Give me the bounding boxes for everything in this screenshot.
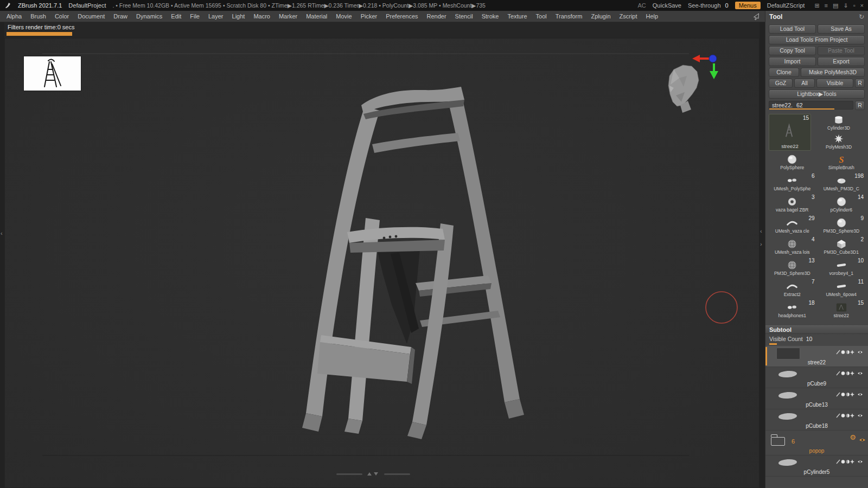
tool-thumb-UMesh_6pow4[interactable]: 11UMesh_6pow4 [818, 279, 865, 299]
grid-icon[interactable]: ▤ [833, 0, 838, 11]
active-tool-slider[interactable]: stree22.62 [769, 101, 853, 110]
close-icon[interactable]: × [860, 0, 864, 11]
subtool-pCube9[interactable]: pCube9 [765, 367, 868, 388]
ladder-reference-thumbnail[interactable] [24, 56, 81, 91]
minimize-icon[interactable]: ▫ [853, 0, 856, 11]
menu-transform[interactable]: Transform [551, 11, 587, 22]
subtool-row-icons[interactable] [835, 390, 866, 400]
tool-grid-mini-column: Cylinder3DPolyMesh3D [813, 114, 865, 151]
collapse-right-top-icon[interactable]: ‹ [760, 228, 762, 234]
menu-help[interactable]: Help [642, 11, 663, 22]
menu-marker[interactable]: Marker [275, 11, 302, 22]
subtool-row-icons[interactable] [835, 348, 866, 357]
right-tray-divider[interactable]: ‹ › [760, 22, 765, 488]
load-tool-button[interactable]: Load Tool [769, 24, 816, 34]
cube-icon [818, 238, 865, 249]
menu-color[interactable]: Color [50, 11, 73, 22]
ladder-sketch-icon [24, 56, 81, 91]
menu-texture[interactable]: Texture [503, 11, 531, 22]
menu-zplugin[interactable]: Zplugin [586, 11, 615, 22]
goz-all-button[interactable]: All [794, 79, 815, 88]
tool-thumb-UMesh_vaza lois[interactable]: 4UMesh_vaza lois [769, 237, 816, 257]
export-button[interactable]: Export [818, 57, 865, 66]
subtool-row-icons[interactable] [835, 411, 866, 421]
menu-movie[interactable]: Movie [331, 11, 356, 22]
menu-edit[interactable]: Edit [167, 11, 186, 22]
tool-thumb-headphones1[interactable]: 18headphones1 [769, 300, 816, 320]
menu-draw[interactable]: Draw [109, 11, 132, 22]
document-canvas[interactable] [4, 38, 760, 488]
zscript-button[interactable]: DefaultZScript [767, 2, 805, 9]
subtool-pCube13[interactable]: pCube13 [765, 388, 868, 409]
tool-palette-title: Tool [769, 13, 782, 21]
eye-icon[interactable] [859, 435, 866, 445]
tool-thumb-PolyMesh3D[interactable]: PolyMesh3D [813, 133, 865, 151]
clone-button[interactable]: Clone [769, 68, 799, 77]
gear-icon[interactable]: ⚙ [850, 434, 856, 441]
tool-thumb-PM3D_Sphere3D[interactable]: 13PM3D_Sphere3D [769, 258, 816, 278]
menu-dynamics[interactable]: Dynamics [132, 11, 167, 22]
menu-alpha[interactable]: Alpha [2, 11, 26, 22]
left-tray-divider[interactable]: ‹ [0, 22, 4, 488]
subtool-pCylinder5[interactable]: pCylinder5 [765, 455, 868, 477]
menu-layer[interactable]: Layer [204, 11, 228, 22]
collapse-left-icon[interactable]: ‹ [1, 230, 3, 236]
menu-macro[interactable]: Macro [249, 11, 275, 22]
tool-thumb-PolySphere[interactable]: PolySphere [769, 152, 816, 172]
menu-stroke[interactable]: Stroke [477, 11, 503, 22]
transport-icon[interactable]: ⊞ [814, 0, 819, 11]
subtool-row-icons[interactable] [835, 457, 866, 467]
menu-tool[interactable]: Tool [532, 11, 551, 22]
menus-button[interactable]: Menus [735, 2, 761, 9]
lightbox-tools-button[interactable]: Lightbox▶Tools [769, 89, 865, 99]
load-tools-from-project-button[interactable]: Load Tools From Project [769, 35, 865, 44]
see-through-control[interactable]: See-through0 [688, 2, 729, 9]
tool-count: 15 [803, 115, 809, 121]
goz-button[interactable]: GoZ [769, 79, 793, 88]
subtool-pCube18[interactable]: pCube18 [765, 409, 868, 431]
make-polymesh3d-button[interactable]: Make PolyMesh3D [801, 68, 865, 77]
pointer-icon[interactable] [753, 13, 760, 20]
save-as-button[interactable]: Save As [818, 24, 865, 34]
tool-thumb-stree22[interactable]: 15stree22 [818, 300, 865, 320]
menu-brush[interactable]: Brush [26, 11, 50, 22]
refresh-icon[interactable]: ↻ [859, 13, 864, 21]
ac-button[interactable]: AC [638, 2, 646, 9]
subtool-row-icons[interactable] [835, 369, 866, 378]
collapse-right-bottom-icon[interactable]: › [760, 241, 762, 247]
menu-preferences[interactable]: Preferences [381, 11, 422, 22]
menu-light[interactable]: Light [228, 11, 250, 22]
menu-material[interactable]: Material [302, 11, 331, 22]
copy-tool-button[interactable]: Copy Tool [769, 46, 816, 55]
tool-thumb-selected[interactable]: 15 stree22 [769, 114, 811, 151]
goz-visible-button[interactable]: Visible [816, 79, 853, 88]
tool-count: 15 [858, 300, 864, 306]
bars-icon[interactable]: ≡ [825, 0, 828, 11]
menu-picker[interactable]: Picker [356, 11, 382, 22]
tool-thumb-Extract2[interactable]: 7Extract2 [769, 279, 816, 299]
import-button[interactable]: Import [769, 57, 816, 66]
menu-render[interactable]: Render [423, 11, 451, 22]
visible-count[interactable]: Visible Count10 [769, 334, 865, 342]
tool-thumb-Cylinder3D[interactable]: Cylinder3D [813, 114, 865, 132]
tool-thumb-UMesh_vaza cle[interactable]: 29UMesh_vaza cle [769, 216, 816, 236]
tool-thumb-PM3D_Sphere3D[interactable]: 9PM3D_Sphere3D [818, 216, 865, 236]
goz-r-button[interactable]: R [855, 79, 865, 88]
subtool-section-title[interactable]: Subtool [765, 325, 868, 334]
menu-stencil[interactable]: Stencil [451, 11, 477, 22]
tool-thumb-SimpleBrush[interactable]: SSimpleBrush [818, 152, 865, 172]
tool-thumb-UMesh_PM3D_C[interactable]: 198UMesh_PM3D_C [818, 174, 865, 194]
tool-thumb-PM3D_Cube3D1[interactable]: 2PM3D_Cube3D1 [818, 237, 865, 257]
quicksave-button[interactable]: QuickSave [653, 2, 681, 9]
menu-zscript[interactable]: Zscript [615, 11, 642, 22]
tool-thumb-UMesh_PolySphe[interactable]: 6UMesh_PolySphe [769, 174, 816, 194]
tool-thumb-vaza bagel ZBR[interactable]: 3vaza bagel ZBR [769, 195, 816, 215]
menu-file[interactable]: File [186, 11, 204, 22]
tool-thumb-pCylinder6[interactable]: 14pCylinder6 [818, 195, 865, 215]
subtool-stree22[interactable]: stree22 [765, 346, 868, 367]
subtool-popop[interactable]: 6⚙popop [765, 431, 868, 455]
download-icon[interactable]: ⇓ [843, 0, 848, 11]
menu-document[interactable]: Document [73, 11, 109, 22]
tool-thumb-vorobey4_1[interactable]: 10vorobey4_1 [818, 258, 865, 278]
tool-r-button[interactable]: R [855, 101, 865, 110]
